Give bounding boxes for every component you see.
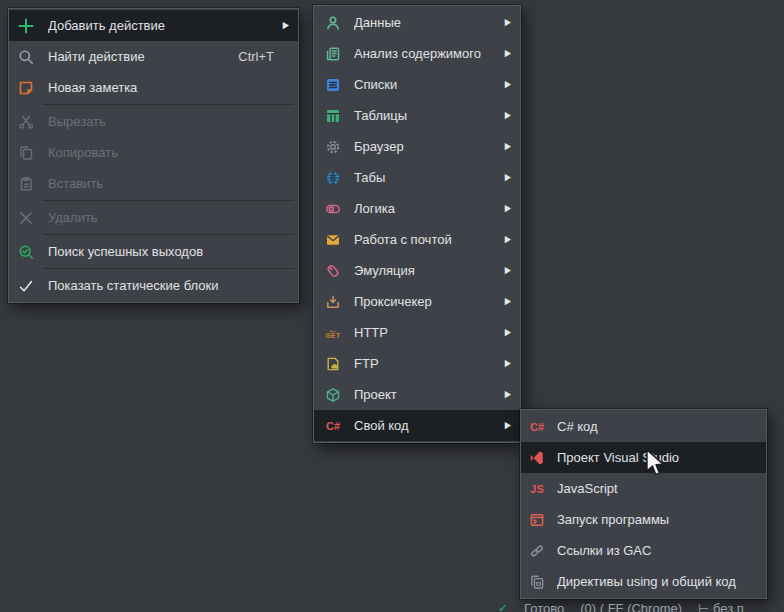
submenu-add-action: Данные ▶ Анализ содержимого ▶ Списки ▶ Т… xyxy=(313,5,521,443)
submenu-arrow-icon: ▶ xyxy=(283,20,289,30)
submenu-item-data[interactable]: Данные ▶ xyxy=(314,7,520,38)
submenu-item-tabs[interactable]: Табы ▶ xyxy=(314,162,520,193)
submenu-item-gac-links[interactable]: Ссылки из GAC xyxy=(521,535,766,566)
check-icon xyxy=(17,277,35,295)
submenu-item-label: Эмуляция xyxy=(354,263,505,278)
content-analysis-icon xyxy=(324,45,342,63)
submenu-arrow-icon: ▶ xyxy=(505,234,511,244)
menu-item-label: Вырезать xyxy=(48,114,298,129)
submenu-arrow-icon: ▶ xyxy=(505,389,511,399)
tables-icon xyxy=(324,107,342,125)
menu-item-label: Вставить xyxy=(48,176,298,191)
submenu-item-label: Ссылки из GAC xyxy=(557,543,766,558)
menu-item-label: Поиск успешных выходов xyxy=(48,244,298,259)
shortcut-label: Ctrl+T xyxy=(238,49,274,64)
proxy-icon xyxy=(324,293,342,311)
submenu-item-label: Логика xyxy=(354,201,505,216)
paste-icon xyxy=(17,175,35,193)
menu-item-add-action[interactable]: Добавить действие ▶ xyxy=(9,10,298,41)
submenu-item-project[interactable]: Проект ▶ xyxy=(314,379,520,410)
menu-item-show-static-blocks[interactable]: Показать статические блоки xyxy=(9,270,298,301)
submenu-item-using-directives[interactable]: Директивы using и общий код xyxy=(521,566,766,597)
submenu-item-javascript[interactable]: JS JavaScript xyxy=(521,473,766,504)
submenu-item-proxychecker[interactable]: Проксичекер ▶ xyxy=(314,286,520,317)
http-get-icon: ←GET xyxy=(324,324,342,342)
plus-icon xyxy=(17,17,35,35)
context-menu-main: Добавить действие ▶ Найти действие Ctrl+… xyxy=(8,8,299,303)
cube-icon xyxy=(324,386,342,404)
submenu-arrow-icon: ▶ xyxy=(505,420,511,430)
menu-item-copy[interactable]: Копировать xyxy=(9,137,298,168)
menu-item-label: Найти действие xyxy=(48,49,238,64)
delete-icon xyxy=(17,209,35,227)
submenu-item-label: Табы xyxy=(354,170,505,185)
submenu-item-http[interactable]: ←GET HTTP ▶ xyxy=(314,317,520,348)
mail-icon xyxy=(324,231,342,249)
submenu-item-csharp-code[interactable]: C# C# код xyxy=(521,411,766,442)
run-program-icon xyxy=(528,511,546,529)
submenu-item-run-program[interactable]: Запуск программы xyxy=(521,504,766,535)
submenu-item-lists[interactable]: Списки ▶ xyxy=(314,69,520,100)
submenu-item-content-analysis[interactable]: Анализ содержимого ▶ xyxy=(314,38,520,69)
submenu-item-label: Свой код xyxy=(354,418,505,433)
submenu-item-label: Запуск программы xyxy=(557,512,766,527)
submenu-arrow-icon: ▶ xyxy=(505,79,511,89)
search-icon xyxy=(17,48,35,66)
menu-item-search-success-exits[interactable]: Поиск успешных выходов xyxy=(9,236,298,267)
menu-item-label: Удалить xyxy=(48,210,298,225)
menu-item-new-note[interactable]: Новая заметка xyxy=(9,72,298,103)
submenu-item-tables[interactable]: Таблицы ▶ xyxy=(314,100,520,131)
submenu-item-emulation[interactable]: Эмуляция ▶ xyxy=(314,255,520,286)
scissors-icon xyxy=(17,113,35,131)
submenu-item-label: Анализ содержимого xyxy=(354,46,505,61)
submenu-item-label: Списки xyxy=(354,77,505,92)
menu-item-label: Показать статические блоки xyxy=(48,278,298,293)
menu-separator xyxy=(43,200,294,201)
menu-item-label: Копировать xyxy=(48,145,298,160)
gear-icon xyxy=(324,138,342,156)
status-check-icon: ✓ xyxy=(498,601,508,612)
status-fragment: ⊢ без п xyxy=(698,601,744,612)
status-fragment: Готово xyxy=(524,601,564,612)
menu-item-label: Добавить действие xyxy=(48,18,283,33)
person-icon xyxy=(324,14,342,32)
submenu-item-label: FTP xyxy=(354,356,505,371)
submenu-item-label: Таблицы xyxy=(354,108,505,123)
submenu-item-ftp[interactable]: FTP ▶ xyxy=(314,348,520,379)
menu-separator xyxy=(43,268,294,269)
visual-studio-icon xyxy=(528,449,546,467)
mouse-icon xyxy=(324,262,342,280)
submenu-arrow-icon: ▶ xyxy=(505,358,511,368)
copy-icon xyxy=(17,144,35,162)
submenu-item-visual-studio-project[interactable]: Проект Visual Studio xyxy=(521,442,766,473)
search-success-icon xyxy=(17,243,35,261)
menu-item-find-action[interactable]: Найти действие Ctrl+T xyxy=(9,41,298,72)
submenu-item-label: Браузер xyxy=(354,139,505,154)
menu-item-delete[interactable]: Удалить xyxy=(9,202,298,233)
documents-icon xyxy=(528,573,546,591)
submenu-custom-code: C# C# код Проект Visual Studio JS JavaSc… xyxy=(520,409,767,599)
submenu-item-label: Директивы using и общий код xyxy=(557,574,766,589)
submenu-arrow-icon: ▶ xyxy=(505,296,511,306)
submenu-item-browser[interactable]: Браузер ▶ xyxy=(314,131,520,162)
submenu-arrow-icon: ▶ xyxy=(505,48,511,58)
menu-item-paste[interactable]: Вставить xyxy=(9,168,298,199)
menu-separator xyxy=(43,104,294,105)
menu-separator xyxy=(43,234,294,235)
status-fragment: (0) ( FF (Chrome) xyxy=(580,601,682,612)
submenu-item-custom-code[interactable]: C# Свой код ▶ xyxy=(314,410,520,441)
submenu-item-label: Проксичекер xyxy=(354,294,505,309)
menu-item-cut[interactable]: Вырезать xyxy=(9,106,298,137)
submenu-arrow-icon: ▶ xyxy=(505,110,511,120)
submenu-arrow-icon: ▶ xyxy=(505,265,511,275)
link-icon xyxy=(528,542,546,560)
submenu-item-label: Работа с почтой xyxy=(354,232,505,247)
submenu-item-mail[interactable]: Работа с почтой ▶ xyxy=(314,224,520,255)
submenu-arrow-icon: ▶ xyxy=(505,327,511,337)
submenu-item-label: Проект xyxy=(354,387,505,402)
csharp-icon: C# xyxy=(528,418,546,436)
application-background: Добавить действие ▶ Найти действие Ctrl+… xyxy=(0,0,784,612)
js-icon: JS xyxy=(528,480,546,498)
submenu-item-logic[interactable]: Логика ▶ xyxy=(314,193,520,224)
submenu-item-label: Данные xyxy=(354,15,505,30)
